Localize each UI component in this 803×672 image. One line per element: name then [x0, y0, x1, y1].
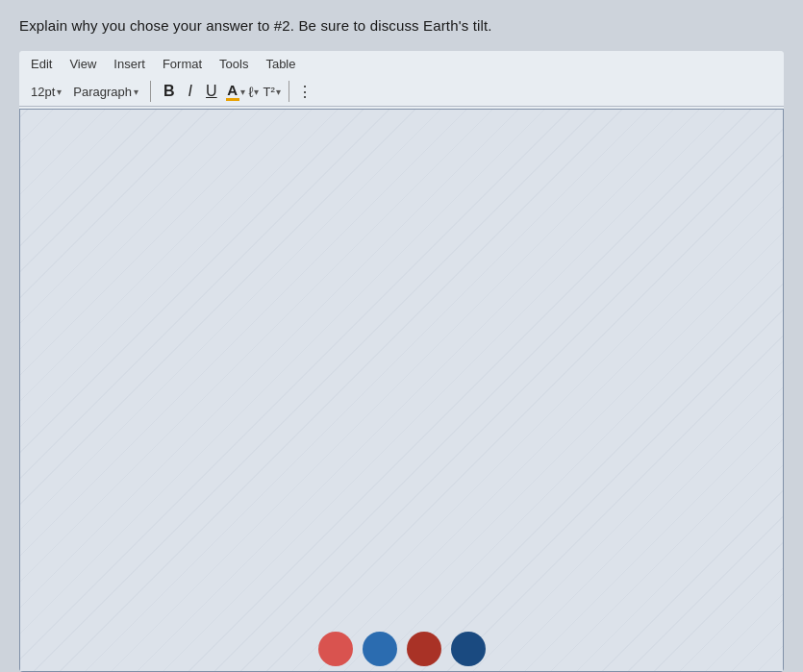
menu-table[interactable]: Table [265, 57, 295, 71]
menu-format[interactable]: Format [163, 57, 202, 71]
font-color-letter: A [227, 83, 238, 97]
page-container: Explain why you chose your answer to #2.… [0, 0, 803, 672]
font-color-button[interactable]: A [226, 83, 239, 101]
dark-blue-circle-button[interactable] [451, 632, 486, 666]
paragraph-label: Paragraph [73, 85, 132, 99]
dark-red-circle-button[interactable] [407, 632, 441, 666]
superscript-button[interactable]: T² [263, 85, 274, 99]
eraser-group[interactable]: ℓ ▾ [249, 84, 260, 100]
menu-tools[interactable]: Tools [219, 57, 248, 71]
question-text: Explain why you chose your answer to #2.… [19, 17, 784, 34]
font-size-chevron: ▾ [57, 87, 62, 97]
red-circle-button[interactable] [318, 632, 353, 666]
menu-view[interactable]: View [69, 57, 96, 71]
font-color-chevron: ▾ [240, 87, 245, 97]
more-options-button[interactable]: ⋮ [297, 83, 314, 101]
editor-area[interactable] [19, 109, 784, 672]
editor-textarea[interactable] [20, 110, 783, 671]
superscript-group[interactable]: T² ▾ [263, 85, 280, 99]
font-color-group[interactable]: A ▾ [226, 83, 245, 101]
blue-circle-button[interactable] [363, 632, 397, 666]
toolbar-divider-2 [289, 81, 289, 102]
paragraph-dropdown[interactable]: Paragraph ▾ [69, 83, 142, 101]
bold-button[interactable]: B [159, 81, 180, 102]
font-size-value: 12pt [31, 85, 55, 99]
menu-edit[interactable]: Edit [31, 57, 52, 71]
underline-button[interactable]: U [201, 81, 222, 102]
font-size-dropdown[interactable]: 12pt ▾ [27, 83, 65, 101]
eraser-chevron: ▾ [254, 87, 259, 97]
editor-container: Edit View Insert Format Tools Table 12pt… [19, 51, 784, 672]
superscript-chevron: ▾ [276, 87, 281, 97]
font-color-bar [226, 98, 239, 101]
menu-insert[interactable]: Insert [113, 57, 145, 71]
toolbar-divider-1 [150, 81, 151, 102]
italic-button[interactable]: I [184, 81, 197, 102]
bottom-buttons [0, 624, 803, 672]
eraser-button[interactable]: ℓ [249, 84, 254, 100]
menu-bar: Edit View Insert Format Tools Table [19, 51, 784, 77]
paragraph-chevron: ▾ [134, 87, 138, 97]
toolbar: 12pt ▾ Paragraph ▾ B I U A ▾ [19, 77, 784, 107]
